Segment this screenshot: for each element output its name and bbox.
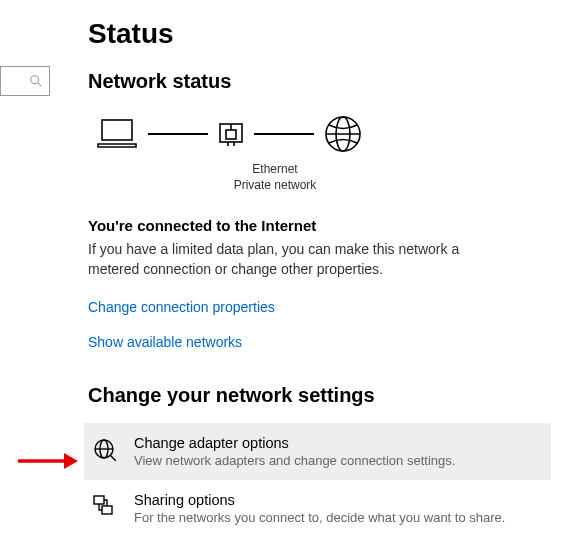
svg-rect-4 (102, 120, 132, 140)
option-title: Sharing options (134, 492, 543, 508)
page-title: Status (88, 18, 551, 50)
connected-description: If you have a limited data plan, you can… (88, 240, 508, 279)
svg-rect-6 (226, 130, 236, 139)
network-profile-label: Private network (200, 177, 350, 193)
change-network-settings-heading: Change your network settings (88, 384, 551, 407)
svg-line-16 (110, 455, 116, 461)
network-status-heading: Network status (88, 70, 551, 93)
annotation-arrow (12, 449, 78, 473)
show-available-networks-link[interactable]: Show available networks (88, 334, 242, 350)
network-diagram (94, 113, 551, 155)
globe-icon (322, 113, 364, 155)
ethernet-icon (216, 119, 246, 149)
svg-rect-17 (94, 496, 104, 504)
search-icon (29, 74, 43, 88)
svg-point-2 (31, 76, 39, 84)
computer-icon (94, 116, 140, 152)
connection-line (148, 133, 208, 135)
svg-line-3 (38, 83, 42, 87)
sharing-options-item[interactable]: Sharing options For the networks you con… (84, 480, 551, 537)
search-input[interactable] (0, 66, 50, 96)
connection-name-label: Ethernet (200, 161, 350, 177)
option-title: Change adapter options (134, 435, 543, 451)
adapter-globe-icon (92, 437, 116, 461)
svg-rect-18 (102, 506, 112, 514)
svg-marker-1 (64, 453, 78, 469)
change-adapter-options-item[interactable]: Change adapter options View network adap… (84, 423, 551, 480)
connection-line (254, 133, 314, 135)
change-connection-properties-link[interactable]: Change connection properties (88, 299, 275, 315)
option-description: For the networks you connect to, decide … (134, 510, 543, 525)
sharing-icon (92, 494, 116, 518)
option-description: View network adapters and change connect… (134, 453, 543, 468)
connected-heading: You're connected to the Internet (88, 217, 551, 234)
